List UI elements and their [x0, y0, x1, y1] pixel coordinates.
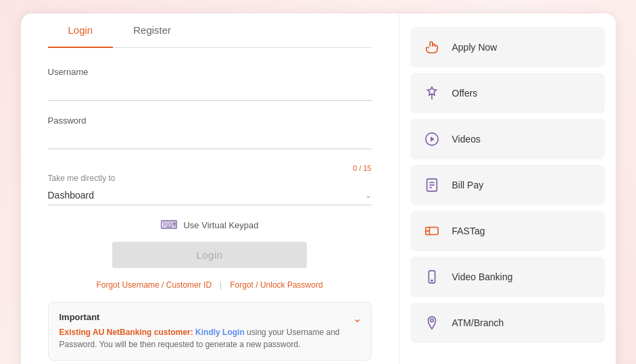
virtual-keypad-row[interactable]: ⌨ Use Virtual Keypad	[48, 217, 372, 232]
atm-branch-label: ATM/Branch	[452, 317, 504, 328]
main-container: Login Register Username Password 0 / 15 …	[21, 14, 616, 364]
right-panel: Apply Now Offers Videos	[399, 14, 616, 364]
bill-icon	[421, 174, 443, 196]
videos-label: Videos	[452, 134, 481, 145]
direct-to-section: 0 / 15 Take me directly to Dashboard ⌄	[48, 164, 372, 205]
username-group: Username	[48, 67, 372, 101]
dashboard-dropdown[interactable]: Dashboard ⌄	[48, 186, 372, 205]
action-card-atm-branch[interactable]: ATM/Branch	[410, 303, 605, 343]
tab-register[interactable]: Register	[113, 14, 191, 48]
virtual-keypad-label: Use Virtual Keypad	[183, 220, 258, 230]
action-card-apply-now[interactable]: Apply Now	[410, 27, 605, 68]
forgot-password-link[interactable]: Forgot / Unlock Password	[230, 280, 322, 290]
location-icon	[421, 312, 443, 334]
left-panel: Login Register Username Password 0 / 15 …	[21, 14, 399, 364]
svg-marker-1	[431, 136, 435, 141]
important-title: Important	[59, 312, 360, 322]
action-card-fastag[interactable]: FASTag	[410, 211, 605, 251]
mobile-icon	[421, 266, 443, 288]
links-row: Forgot Username / Customer ID | Forgot /…	[48, 280, 372, 290]
fastag-label: FASTag	[452, 226, 485, 236]
hand-pointer-icon	[421, 36, 443, 58]
username-input[interactable]	[48, 81, 372, 101]
tab-login[interactable]: Login	[48, 14, 114, 48]
password-label: Password	[48, 115, 372, 126]
password-group: Password	[48, 115, 372, 149]
forgot-username-link[interactable]: Forgot Username / Customer ID	[96, 280, 212, 290]
links-divider: |	[220, 280, 222, 290]
tabs-bar: Login Register	[48, 14, 372, 48]
fastag-icon	[421, 220, 443, 242]
video-banking-label: Video Banking	[452, 271, 513, 282]
bill-pay-label: Bill Pay	[452, 180, 484, 190]
svg-point-10	[431, 280, 433, 282]
chevron-down-icon: ⌄	[365, 190, 372, 200]
collapse-icon[interactable]: ⌄	[353, 312, 362, 325]
play-icon	[421, 128, 443, 150]
login-button[interactable]: Login	[112, 242, 306, 268]
keyboard-icon: ⌨	[160, 217, 178, 232]
action-card-bill-pay[interactable]: Bill Pay	[410, 165, 605, 205]
action-card-videos[interactable]: Videos	[410, 119, 605, 159]
dropdown-value: Dashboard	[48, 190, 95, 201]
offers-label: Offers	[452, 88, 478, 99]
offers-icon	[421, 82, 443, 104]
important-text: Existing AU NetBanking customer: Kindly …	[59, 326, 360, 350]
password-input[interactable]	[48, 130, 372, 149]
action-card-video-banking[interactable]: Video Banking	[410, 257, 605, 297]
action-card-offers[interactable]: Offers	[410, 73, 605, 113]
char-count: 0 / 15	[48, 164, 372, 172]
username-label: Username	[48, 67, 372, 77]
svg-point-11	[430, 319, 433, 322]
take-me-label: Take me directly to	[48, 174, 372, 183]
apply-now-label: Apply Now	[452, 42, 497, 53]
existing-customer-prefix: Existing AU NetBanking customer:	[59, 328, 193, 337]
important-box: Important Existing AU NetBanking custome…	[48, 302, 372, 361]
kindly-login-text[interactable]: Kindly Login	[195, 328, 245, 337]
